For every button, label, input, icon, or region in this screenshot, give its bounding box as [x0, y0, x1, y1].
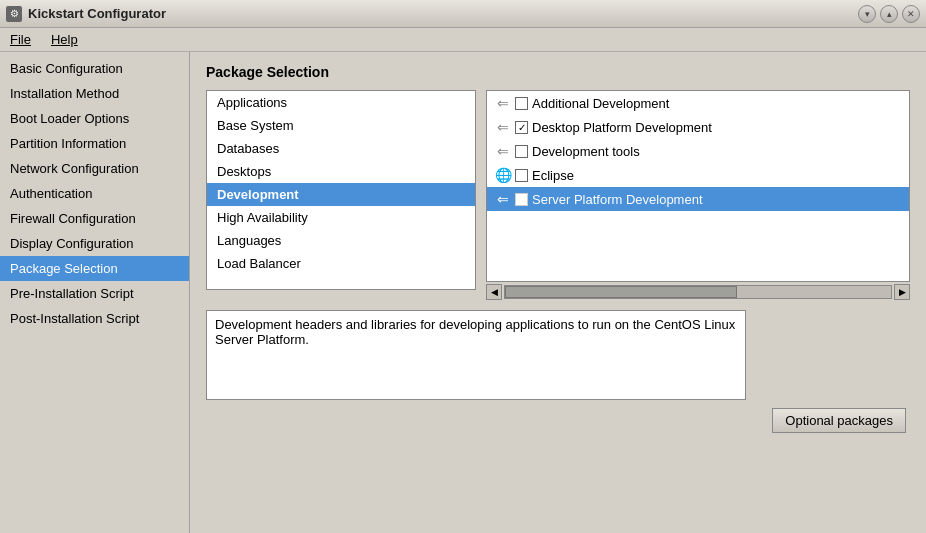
checkbox-1[interactable]: ✓ — [515, 121, 528, 134]
minimize-button[interactable]: ▾ — [858, 5, 876, 23]
scrollbar-thumb — [505, 286, 737, 298]
description-box: Development headers and libraries for de… — [206, 310, 746, 400]
list-item-languages[interactable]: Languages — [207, 229, 475, 252]
right-h-scrollbar: ◀ ▶ — [486, 284, 910, 300]
globe-icon: 🌐 — [495, 167, 511, 183]
sidebar-item-boot-loader[interactable]: Boot Loader Options — [0, 106, 189, 131]
sidebar-item-package-selection[interactable]: Package Selection — [0, 256, 189, 281]
sidebar-item-post-install[interactable]: Post-Installation Script — [0, 306, 189, 331]
list-item-high-availability[interactable]: High Availability — [207, 206, 475, 229]
checkbox-4[interactable]: ✓ — [515, 193, 528, 206]
checkbox-2[interactable] — [515, 145, 528, 158]
optional-button-row: Optional packages — [206, 408, 906, 433]
right-item-dev-tools[interactable]: ⇐ Development tools — [487, 139, 909, 163]
arrow-icon-4: ⇐ — [495, 191, 511, 207]
close-button[interactable]: ✕ — [902, 5, 920, 23]
right-item-eclipse[interactable]: 🌐 Eclipse — [487, 163, 909, 187]
left-list-container: Applications Base System Databases Deskt… — [206, 90, 476, 300]
list-item-desktops[interactable]: Desktops — [207, 160, 475, 183]
checkbox-0[interactable] — [515, 97, 528, 110]
menu-file[interactable]: File — [6, 31, 35, 48]
list-item-development[interactable]: Development — [207, 183, 475, 206]
main-layout: Basic Configuration Installation Method … — [0, 52, 926, 533]
list-item-base-system[interactable]: Base System — [207, 114, 475, 137]
content-area: Package Selection Applications Base Syst… — [190, 52, 926, 533]
item-label-server-platform: Server Platform Development — [532, 192, 703, 207]
arrow-icon-1: ⇐ — [495, 119, 511, 135]
sidebar-item-authentication[interactable]: Authentication — [0, 181, 189, 206]
section-title: Package Selection — [206, 64, 910, 80]
arrow-icon-0: ⇐ — [495, 95, 511, 111]
right-item-desktop-platform[interactable]: ⇐ ✓ Desktop Platform Development — [487, 115, 909, 139]
right-item-server-platform[interactable]: ⇐ ✓ Server Platform Development — [487, 187, 909, 211]
sidebar-item-display-config[interactable]: Display Configuration — [0, 231, 189, 256]
item-label-eclipse: Eclipse — [532, 168, 574, 183]
list-item-applications[interactable]: Applications — [207, 91, 475, 114]
item-label-desktop-platform: Desktop Platform Development — [532, 120, 712, 135]
maximize-button[interactable]: ▴ — [880, 5, 898, 23]
sidebar-item-network-config[interactable]: Network Configuration — [0, 156, 189, 181]
optional-packages-button[interactable]: Optional packages — [772, 408, 906, 433]
checkbox-3[interactable] — [515, 169, 528, 182]
package-layout: Applications Base System Databases Deskt… — [206, 90, 910, 300]
sidebar-item-pre-install[interactable]: Pre-Installation Script — [0, 281, 189, 306]
category-list[interactable]: Applications Base System Databases Deskt… — [206, 90, 476, 290]
window-controls: ▾ ▴ ✕ — [858, 5, 920, 23]
sidebar-item-basic-config[interactable]: Basic Configuration — [0, 56, 189, 81]
list-item-load-balancer[interactable]: Load Balancer — [207, 252, 475, 275]
sidebar-item-installation-method[interactable]: Installation Method — [0, 81, 189, 106]
sidebar: Basic Configuration Installation Method … — [0, 52, 190, 533]
scroll-right-btn[interactable]: ▶ — [894, 284, 910, 300]
right-list-container: ⇐ Additional Development ⇐ ✓ Desktop Pla… — [486, 90, 910, 300]
sidebar-item-firewall-config[interactable]: Firewall Configuration — [0, 206, 189, 231]
list-item-databases[interactable]: Databases — [207, 137, 475, 160]
package-list[interactable]: ⇐ Additional Development ⇐ ✓ Desktop Pla… — [486, 90, 910, 282]
menu-bar: File Help — [0, 28, 926, 52]
right-item-additional-dev[interactable]: ⇐ Additional Development — [487, 91, 909, 115]
item-label-dev-tools: Development tools — [532, 144, 640, 159]
arrow-icon-2: ⇐ — [495, 143, 511, 159]
app-icon: ⚙ — [6, 6, 22, 22]
menu-help[interactable]: Help — [47, 31, 82, 48]
sidebar-item-partition-info[interactable]: Partition Information — [0, 131, 189, 156]
item-label-additional-dev: Additional Development — [532, 96, 669, 111]
window-title: Kickstart Configurator — [28, 6, 858, 21]
title-bar: ⚙ Kickstart Configurator ▾ ▴ ✕ — [0, 0, 926, 28]
scrollbar-track — [504, 285, 892, 299]
scroll-left-btn[interactable]: ◀ — [486, 284, 502, 300]
